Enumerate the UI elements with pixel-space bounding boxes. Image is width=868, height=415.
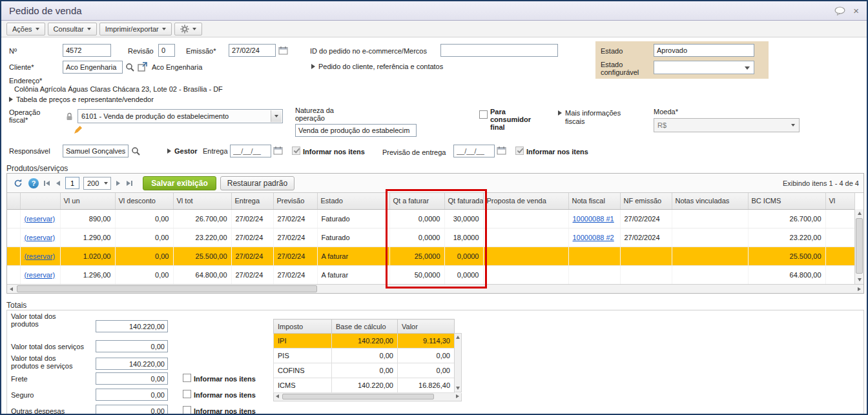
- cell-vl-tot[interactable]: 26.700,00: [173, 209, 231, 228]
- dropdown-button[interactable]: [271, 110, 282, 122]
- delivery-date-input[interactable]: [230, 145, 271, 157]
- delivery-inform-items-checkbox[interactable]: [292, 147, 300, 155]
- cell-previsao[interactable]: 27/02/24: [273, 265, 317, 284]
- cell-nota-fiscal[interactable]: 10000088 #2: [568, 228, 620, 247]
- next-page-button[interactable]: [115, 179, 121, 187]
- search-icon[interactable]: [131, 147, 140, 156]
- cell-row-handle[interactable]: [7, 265, 20, 284]
- tax-row-ipi-selected[interactable]: IPI 140.220,00 9.114,30: [274, 334, 455, 349]
- header-nota-fiscal[interactable]: Nota fiscal: [568, 193, 620, 209]
- cell-qt-a-faturar[interactable]: 0,0000: [389, 228, 444, 247]
- cell-notas-vinculadas[interactable]: [672, 228, 748, 247]
- cell-valor[interactable]: 0,00: [398, 349, 455, 363]
- scroll-right-button[interactable]: [855, 285, 863, 293]
- calendar-icon[interactable]: [273, 146, 283, 155]
- close-icon[interactable]: ×: [853, 6, 859, 15]
- refresh-button[interactable]: [12, 177, 25, 190]
- delivery-forecast-input[interactable]: [453, 145, 495, 157]
- page-number-input[interactable]: [65, 177, 79, 189]
- cell-notas-vinculadas[interactable]: [672, 265, 748, 284]
- reservar-link[interactable]: (reservar): [25, 234, 56, 241]
- cell-vl[interactable]: [825, 209, 854, 228]
- cell-proposta[interactable]: [483, 209, 568, 228]
- cell-estado[interactable]: Faturado: [317, 209, 389, 228]
- product-row-3-selected[interactable]: (reservar) 1.020,00 0,00 25.500,00 27/02…: [7, 247, 854, 265]
- more-fiscal-info-toggle[interactable]: Mais informações fiscais: [558, 109, 634, 126]
- product-row-2[interactable]: (reservar) 1.290,00 0,00 23.220,00 27/02…: [7, 228, 854, 247]
- cell-nf-emissao[interactable]: 27/02/2024: [620, 209, 672, 228]
- state-input[interactable]: [654, 44, 754, 57]
- cell-vl-un[interactable]: 1.290,00: [60, 228, 115, 247]
- cell-vl[interactable]: [825, 247, 854, 265]
- product-row-1[interactable]: (reservar) 890,00 0,00 26.700,00 27/02/2…: [7, 209, 854, 228]
- tax-row-pis[interactable]: PIS 0,00 0,00: [274, 349, 455, 363]
- issue-date-input[interactable]: [229, 44, 276, 57]
- cell-entrega[interactable]: 27/02/24: [231, 228, 273, 247]
- last-page-button[interactable]: [125, 179, 134, 187]
- cell-notas-vinculadas[interactable]: [672, 209, 748, 228]
- cell-vl-desconto[interactable]: 0,00: [115, 247, 173, 265]
- scroll-up-button[interactable]: [454, 334, 461, 341]
- cell-nf-emissao[interactable]: [620, 265, 672, 284]
- responsible-input[interactable]: [63, 145, 129, 157]
- cell-entrega[interactable]: 27/02/24: [231, 265, 273, 284]
- total-products-services-input[interactable]: [96, 358, 168, 370]
- calendar-icon[interactable]: [497, 146, 506, 155]
- cell-entrega[interactable]: 27/02/24: [231, 247, 273, 265]
- header-qt-faturada[interactable]: Qt faturada: [444, 193, 483, 209]
- tax-row-icms[interactable]: ICMS 140.220,00 16.826,40: [274, 378, 455, 393]
- cell-vl-tot[interactable]: 64.800,00: [173, 265, 231, 284]
- cell-reservar[interactable]: (reservar): [20, 247, 60, 265]
- nota-fiscal-link[interactable]: 10000088 #1: [573, 215, 614, 223]
- currency-select[interactable]: R$: [654, 118, 800, 132]
- ecommerce-id-input[interactable]: [440, 44, 558, 57]
- cell-previsao[interactable]: 27/02/24: [273, 228, 317, 247]
- tax-vertical-scrollbar[interactable]: [454, 333, 462, 392]
- cell-vl-desconto[interactable]: 0,00: [115, 228, 173, 247]
- header-reservar[interactable]: [20, 193, 60, 209]
- price-table-toggle[interactable]: Tabela de preços e representante/vendedo…: [9, 96, 154, 104]
- header-notas-vinculadas[interactable]: Notas vinculadas: [672, 193, 748, 209]
- cell-estado[interactable]: Faturado: [317, 228, 389, 247]
- cell-qt-a-faturar[interactable]: 25,0000: [389, 247, 444, 265]
- cell-qt-faturada[interactable]: 0,0000: [444, 265, 483, 284]
- help-icon[interactable]: ?: [28, 178, 39, 188]
- cell-proposta[interactable]: [483, 228, 568, 247]
- product-row-4[interactable]: (reservar) 1.296,00 0,00 64.800,00 27/02…: [7, 265, 854, 284]
- header-nf-emissao[interactable]: NF emissão: [620, 193, 672, 209]
- acoes-button[interactable]: Ações: [6, 23, 45, 35]
- cell-notas-vinculadas[interactable]: [672, 247, 748, 265]
- total-products-input[interactable]: [96, 320, 168, 332]
- cell-proposta[interactable]: [483, 247, 568, 265]
- cell-valor[interactable]: 0,00: [398, 363, 455, 378]
- reservar-link[interactable]: (reservar): [25, 252, 56, 260]
- final-consumer-checkbox[interactable]: [479, 110, 488, 119]
- previous-page-button[interactable]: [55, 179, 61, 187]
- cell-bc-icms[interactable]: 25.500,00: [748, 247, 825, 265]
- cell-vl[interactable]: [825, 228, 854, 247]
- cell-previsao[interactable]: 27/02/24: [273, 209, 317, 228]
- calendar-icon[interactable]: [278, 46, 288, 55]
- cell-nf-emissao[interactable]: [620, 247, 672, 265]
- cell-base[interactable]: 0,00: [332, 349, 398, 363]
- customer-order-reference-toggle[interactable]: Pedido do cliente, referência e contatos: [311, 63, 443, 71]
- header-bc-icms[interactable]: BC ICMS: [748, 193, 825, 209]
- search-icon[interactable]: [125, 63, 134, 72]
- fiscal-operation-select[interactable]: 6101 - Venda de produção do estabelecime…: [78, 109, 283, 123]
- cell-vl-un[interactable]: 1.296,00: [60, 265, 115, 284]
- cell-valor[interactable]: 16.826,40: [398, 378, 455, 393]
- nota-fiscal-link[interactable]: 10000088 #2: [573, 234, 614, 241]
- cell-entrega[interactable]: 27/02/24: [231, 209, 273, 228]
- forecast-inform-items-checkbox[interactable]: [515, 147, 524, 155]
- cell-vl[interactable]: [825, 265, 854, 284]
- cell-reservar[interactable]: (reservar): [20, 265, 60, 284]
- cell-nota-fiscal[interactable]: 10000088 #1: [568, 209, 620, 228]
- save-view-button[interactable]: Salvar exibição: [143, 176, 216, 190]
- first-page-button[interactable]: [43, 179, 51, 187]
- tax-header-imposto[interactable]: Imposto: [274, 319, 332, 334]
- header-previsao[interactable]: Previsão: [273, 193, 317, 209]
- cell-reservar[interactable]: (reservar): [20, 228, 60, 247]
- cell-estado[interactable]: A faturar: [317, 265, 389, 284]
- cell-imposto[interactable]: PIS: [274, 349, 332, 363]
- open-record-icon[interactable]: [138, 62, 147, 72]
